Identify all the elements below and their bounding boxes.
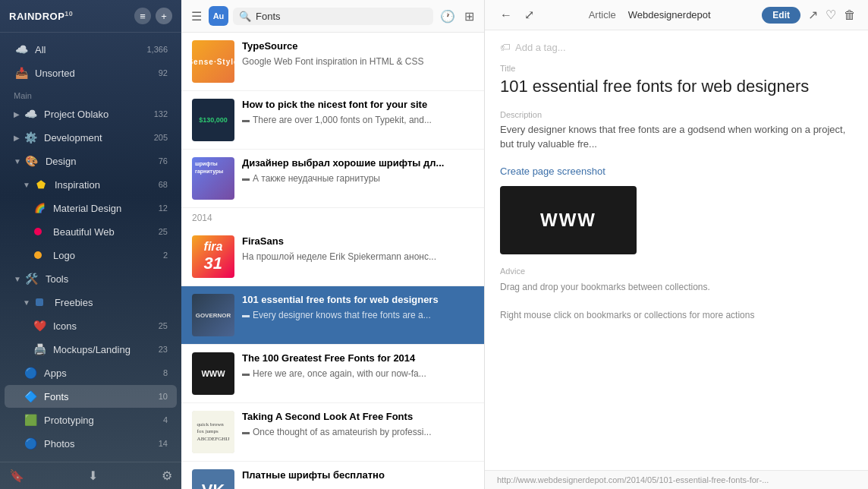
bookmark-icon[interactable]: 🔖 — [9, 468, 24, 483]
sidebar-item-count: 12 — [159, 203, 168, 213]
circle-red-icon — [32, 224, 47, 239]
app-logo: RAINDROP10 — [9, 9, 73, 23]
item-desc: ▬ Once thought of as amateurish by profe… — [242, 426, 473, 439]
title-section: Title 101 essential free fonts for web d… — [500, 64, 853, 98]
item-desc-text: Once thought of as amateurish by profess… — [253, 426, 431, 439]
item-title: 101 essential free fonts for web designe… — [242, 294, 473, 307]
delete-icon[interactable]: 🗑 — [844, 8, 856, 22]
item-title: Дизайнер выбрал хорошие шрифты дл... — [242, 157, 473, 170]
sidebar-item-apps[interactable]: 🔵 Apps 8 — [5, 361, 177, 384]
sidebar-footer: 🔖 ⬇ ⚙ — [0, 462, 181, 489]
sidebar-item-logo[interactable]: Logo 2 — [5, 244, 177, 267]
sidebar: RAINDROP10 ≡ + ☁️ All 1,366 📥 Unsorted 9… — [0, 0, 181, 489]
sidebar-item-count: 92 — [159, 68, 168, 77]
item-desc: ▬ Here we are, once again, with our now-… — [242, 368, 473, 380]
back-icon[interactable]: ← — [497, 7, 515, 24]
sidebar-item-material-design[interactable]: 🌈 Material Design 12 — [5, 197, 177, 219]
sidebar-item-count: 1,366 — [146, 45, 168, 54]
download-icon[interactable]: ⬇ — [88, 468, 98, 483]
item-title: Платные шрифты бесплатно — [242, 469, 473, 482]
sidebar-item-design[interactable]: ▼ 🎨 Design 76 — [5, 150, 177, 172]
sidebar-item-project-oblako[interactable]: ▶ ☁️ Project Oblako 132 — [5, 103, 177, 125]
sidebar-item-label: Icons — [53, 320, 156, 332]
desc-value: Every designer knows that free fonts are… — [500, 122, 853, 152]
search-icon: 🔍 — [239, 11, 251, 22]
palette-icon: 🎨 — [24, 153, 39, 169]
tag-placeholder[interactable]: Add a tag... — [515, 42, 566, 53]
tab-article[interactable]: Article — [589, 8, 616, 22]
item-desc-text: А также неудачные гарнитуры — [253, 172, 380, 185]
sidebar-item-mockups[interactable]: 🖨️ Mockups/Landing 23 — [5, 338, 177, 361]
chevron-down-icon: ▼ — [14, 157, 21, 166]
list-item[interactable]: WWW The 100 Greatest Free Fonts for 2014… — [181, 345, 484, 403]
list-item[interactable]: Sense·Style TypeSource Google Web Font i… — [181, 33, 484, 91]
sidebar-item-label: Fonts — [44, 391, 156, 402]
sidebar-item-fonts[interactable]: 🔷 Fonts 10 — [5, 385, 177, 408]
menu-icon[interactable]: ☰ — [189, 7, 204, 26]
source-icon: ▬ — [242, 115, 250, 125]
expand-icon[interactable]: ⤢ — [521, 6, 537, 24]
sidebar-item-count: 14 — [159, 439, 168, 448]
item-desc-text: There are over 1,000 fonts on Typekit, a… — [253, 114, 432, 127]
sidebar-item-development[interactable]: ▶ ⚙️ Development 205 — [5, 126, 177, 149]
item-title: FiraSans — [242, 235, 473, 248]
list-item[interactable]: quick brownfox jumpsABCDEFGHIJ Taking A … — [181, 403, 484, 462]
list-item[interactable]: fira31 FiraSans На прошлой неделе Erik S… — [181, 228, 484, 286]
list-item[interactable]: шрифтыгарнитуры Дизайнер выбрал хорошие … — [181, 150, 484, 208]
item-thumbnail: quick brownfox jumpsABCDEFGHIJ — [192, 411, 234, 453]
item-thumbnail: fira31 — [192, 235, 234, 278]
detail-nav: ← ⤢ — [497, 6, 537, 24]
item-desc: ▬ There are over 1,000 fonts on Typekit,… — [242, 114, 473, 127]
search-box: 🔍 — [233, 8, 433, 25]
thumb-designer: шрифтыгарнитуры — [192, 157, 234, 200]
sidebar-item-label: Logo — [53, 250, 160, 261]
add-button[interactable]: + — [156, 8, 172, 24]
list-item[interactable]: $130,000 How to pick the nicest font for… — [181, 91, 484, 150]
sidebar-item-inspiration[interactable]: ▼ ⬟ Inspiration 68 — [5, 173, 177, 196]
settings-icon[interactable]: ⚙ — [162, 468, 172, 483]
detail-actions: Edit ↗ ♡ 🗑 — [762, 7, 856, 24]
thumb-vk: VK — [192, 469, 234, 489]
advice-section: Advice Drag and drop your bookmarks betw… — [500, 267, 853, 323]
bookmark-list: Sense·Style TypeSource Google Web Font i… — [181, 33, 484, 489]
tab-webdesignerdepot[interactable]: Webdesignerdepot — [628, 8, 711, 22]
list-item[interactable]: VK Платные шрифты бесплатно — [181, 462, 484, 489]
external-link-icon[interactable]: ↗ — [808, 8, 818, 22]
item-content: 101 essential free fonts for web designe… — [242, 294, 473, 322]
sidebar-item-unsorted[interactable]: 📥 Unsorted 92 — [5, 62, 177, 84]
thumb-nicestfont: $130,000 — [192, 99, 234, 141]
edit-button[interactable]: Edit — [762, 7, 800, 24]
grid-view-icon[interactable]: ⊞ — [462, 7, 476, 26]
favorite-icon[interactable]: ♡ — [826, 8, 836, 22]
item-thumbnail: Sense·Style — [192, 40, 234, 83]
sidebar-item-count: 4 — [163, 415, 168, 424]
sidebar-item-photos[interactable]: 🔵 Photos 14 — [5, 432, 177, 455]
sidebar-item-icons[interactable]: ❤️ Icons 25 — [5, 314, 177, 337]
detail-footer: http://www.webdesignerdepot.com/2014/05/… — [485, 470, 868, 489]
sidebar-item-all[interactable]: ☁️ All 1,366 — [5, 38, 177, 61]
desc-label: Description — [500, 110, 853, 119]
sidebar-item-prototyping[interactable]: 🟩 Prototyping 4 — [5, 409, 177, 431]
sidebar-section-main: Main — [0, 85, 181, 102]
sidebar-item-label: Project Oblako — [44, 109, 151, 120]
new-collection-button[interactable]: + New collection... — [5, 456, 177, 462]
sidebar-item-label: Design — [46, 156, 156, 167]
history-icon[interactable]: 🕐 — [438, 7, 458, 26]
search-input[interactable] — [256, 11, 427, 22]
sidebar-item-freebies[interactable]: ▼ Freebies — [5, 291, 177, 314]
section-year-2014: 2014 — [181, 208, 484, 228]
sidebar-item-count: 23 — [159, 345, 168, 354]
menu-button[interactable]: ≡ — [134, 8, 151, 24]
create-screenshot-link[interactable]: Create page screenshot — [500, 166, 605, 177]
sidebar-item-tools[interactable]: ▼ 🛠️ Tools — [5, 267, 177, 290]
sidebar-item-count: 25 — [159, 321, 168, 330]
detail-tabs: Article Webdesignerdepot — [589, 8, 711, 22]
inbox-icon: 📥 — [14, 65, 29, 80]
list-item-selected[interactable]: GOVERNOR 101 essential free fonts for we… — [181, 286, 484, 345]
item-title: How to pick the nicest font for your sit… — [242, 99, 473, 112]
source-icon: ▬ — [242, 368, 250, 379]
item-desc: ▬ Every designer knows that free fonts a… — [242, 309, 473, 322]
chevron-down-icon: ▼ — [23, 298, 30, 307]
sidebar-item-count: 10 — [159, 392, 168, 401]
sidebar-item-beautiful-web[interactable]: Beautiful Web 25 — [5, 220, 177, 243]
